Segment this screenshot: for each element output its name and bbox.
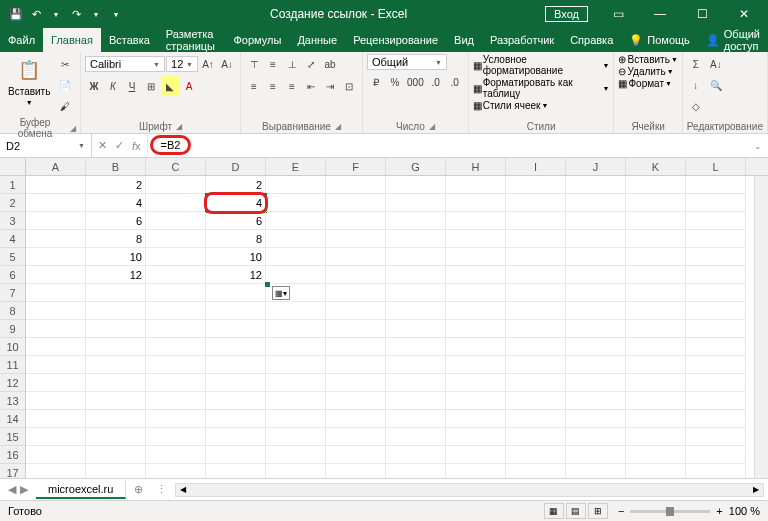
cell[interactable] (686, 230, 746, 248)
cell[interactable] (326, 248, 386, 266)
horizontal-scrollbar[interactable]: ◀ ▶ (175, 483, 764, 497)
cell[interactable] (566, 302, 626, 320)
column-header[interactable]: F (326, 158, 386, 175)
minimize-button[interactable]: — (640, 0, 680, 28)
cell[interactable] (206, 410, 266, 428)
zoom-out-button[interactable]: − (618, 505, 624, 517)
cell[interactable] (206, 356, 266, 374)
column-header[interactable]: H (446, 158, 506, 175)
cell[interactable] (686, 176, 746, 194)
cell[interactable] (506, 230, 566, 248)
cell[interactable] (266, 212, 326, 230)
page-break-view-button[interactable]: ⊞ (588, 503, 608, 519)
cell[interactable] (146, 392, 206, 410)
cell[interactable] (26, 266, 86, 284)
cell[interactable] (386, 446, 446, 464)
cell[interactable] (686, 284, 746, 302)
decrease-decimal-button[interactable]: .0 (446, 72, 464, 92)
cell[interactable] (506, 194, 566, 212)
cell[interactable] (686, 194, 746, 212)
cell[interactable] (446, 464, 506, 478)
cell[interactable]: 2 (86, 176, 146, 194)
cell[interactable] (86, 428, 146, 446)
cell[interactable] (506, 428, 566, 446)
cell[interactable] (506, 374, 566, 392)
column-header[interactable]: L (686, 158, 746, 175)
cell[interactable] (146, 464, 206, 478)
cell[interactable] (686, 446, 746, 464)
find-select-button[interactable]: 🔍 (707, 75, 725, 95)
cell[interactable] (566, 338, 626, 356)
cell[interactable] (566, 194, 626, 212)
cell[interactable] (566, 392, 626, 410)
cell[interactable] (26, 176, 86, 194)
row-header[interactable]: 12 (0, 374, 25, 392)
tab-data[interactable]: Данные (289, 28, 345, 52)
cell[interactable] (386, 338, 446, 356)
cell[interactable] (86, 338, 146, 356)
cell[interactable] (266, 392, 326, 410)
row-header[interactable]: 4 (0, 230, 25, 248)
cell[interactable] (566, 374, 626, 392)
cell[interactable] (686, 410, 746, 428)
cell[interactable] (206, 446, 266, 464)
row-header[interactable]: 17 (0, 464, 25, 478)
cell[interactable] (386, 410, 446, 428)
cancel-icon[interactable]: ✕ (98, 139, 107, 152)
cell[interactable] (266, 374, 326, 392)
cell[interactable] (566, 212, 626, 230)
row-header[interactable]: 3 (0, 212, 25, 230)
close-button[interactable]: ✕ (724, 0, 764, 28)
cell[interactable] (26, 248, 86, 266)
share-button[interactable]: 👤Общий доступ (698, 28, 768, 52)
cell[interactable] (506, 356, 566, 374)
redo-dropdown[interactable]: ▼ (88, 6, 104, 22)
row-header[interactable]: 7 (0, 284, 25, 302)
cell[interactable] (146, 302, 206, 320)
zoom-in-button[interactable]: + (716, 505, 722, 517)
cell[interactable] (626, 176, 686, 194)
cell[interactable] (326, 410, 386, 428)
cell[interactable] (146, 176, 206, 194)
cell[interactable] (506, 176, 566, 194)
scroll-left-button[interactable]: ◀ (176, 484, 190, 496)
format-as-table-button[interactable]: ▦Форматировать как таблицу▼ (473, 77, 610, 99)
cell[interactable]: 10 (86, 248, 146, 266)
cell[interactable] (506, 464, 566, 478)
cell[interactable]: 2 (206, 176, 266, 194)
cell[interactable] (326, 428, 386, 446)
cell[interactable] (86, 356, 146, 374)
cell[interactable] (626, 428, 686, 446)
cell[interactable]: 4 (206, 194, 266, 212)
italic-button[interactable]: К (104, 76, 122, 96)
cell[interactable] (206, 374, 266, 392)
autosum-button[interactable]: Σ (687, 54, 705, 74)
cell[interactable] (206, 338, 266, 356)
cell[interactable] (386, 248, 446, 266)
cell[interactable] (386, 212, 446, 230)
cell[interactable] (326, 464, 386, 478)
cell[interactable] (266, 446, 326, 464)
cell[interactable] (26, 392, 86, 410)
cell-grid[interactable]: 2244668810101212 (26, 176, 746, 478)
cell[interactable] (566, 176, 626, 194)
cell[interactable] (26, 374, 86, 392)
cell[interactable] (26, 428, 86, 446)
cell[interactable] (266, 356, 326, 374)
worksheet[interactable]: ABCDEFGHIJKL 1234567891011121314151617 2… (0, 158, 768, 478)
cell[interactable] (86, 392, 146, 410)
launcher-icon[interactable]: ◢ (429, 122, 435, 131)
cell[interactable] (146, 248, 206, 266)
percent-button[interactable]: % (386, 72, 404, 92)
cell[interactable] (26, 302, 86, 320)
cell[interactable] (146, 320, 206, 338)
shrink-font-button[interactable]: A↓ (218, 54, 236, 74)
cell[interactable] (326, 356, 386, 374)
fill-handle[interactable] (265, 282, 270, 287)
merge-button[interactable]: ⊡ (340, 76, 358, 96)
tab-layout[interactable]: Разметка страницы (158, 28, 226, 52)
row-header[interactable]: 15 (0, 428, 25, 446)
cell[interactable] (26, 338, 86, 356)
cell[interactable] (626, 266, 686, 284)
cell[interactable] (506, 320, 566, 338)
